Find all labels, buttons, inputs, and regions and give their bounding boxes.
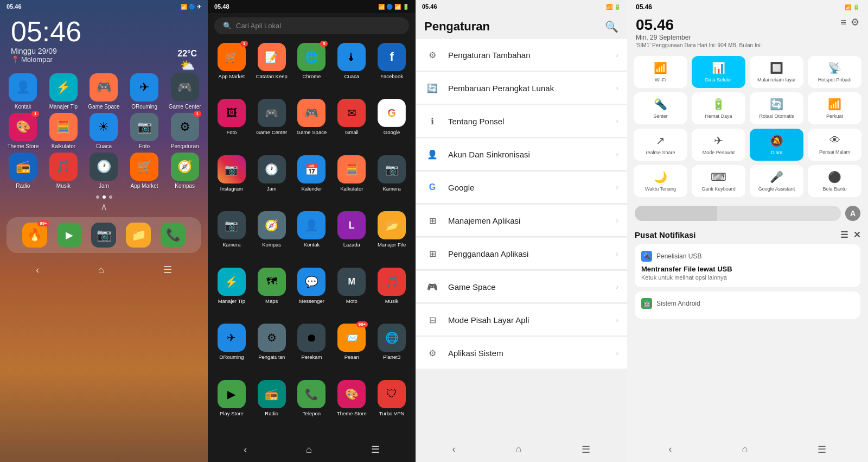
dock-icon-phone[interactable]: 📞 bbox=[161, 223, 186, 248]
app-item-kontak[interactable]: 👤 Kontak bbox=[293, 211, 330, 264]
app-item-managertip[interactable]: ⚡ Manajer TIp bbox=[213, 268, 250, 320]
tile-senter[interactable]: 🔦 Senter bbox=[634, 92, 687, 124]
tile-wifi[interactable]: 📶 Wi-Fi bbox=[634, 56, 687, 88]
app-item-jam[interactable]: 🕐 Jam bbox=[253, 155, 290, 208]
settings-gear-icon[interactable]: ⚙ bbox=[851, 16, 859, 28]
settings-item-penggandaan[interactable]: ⊞ Penggandaan Aplikasi › bbox=[416, 238, 627, 270]
home-icon-radio[interactable]: 📻 Radio bbox=[4, 153, 42, 189]
home-icon-jam[interactable]: 🕐 Jam bbox=[85, 153, 123, 189]
settings-item-mode-pisah[interactable]: ⊟ Mode Pisah Layar Apli › bbox=[416, 304, 627, 336]
settings-item-tentang[interactable]: ℹ Tentang Ponsel › bbox=[416, 105, 627, 137]
app-item-appmarket[interactable]: 🛒1 App Market bbox=[213, 43, 250, 96]
app-item-chrome[interactable]: 🌐5 Chrome bbox=[293, 43, 330, 96]
home-icon-kompas[interactable]: 🧭 Kompas bbox=[166, 153, 203, 189]
app-item-kalender[interactable]: 📅 Kalender bbox=[293, 155, 330, 208]
settings-item-aplikasi-sistem[interactable]: ⚙ Aplikasi Sistem › bbox=[416, 337, 627, 369]
dock-icon-message[interactable]: 🔥99+ bbox=[22, 223, 47, 248]
app-item-cuaca[interactable]: 🌡 Cuaca bbox=[333, 43, 370, 96]
app-search-bar[interactable]: 🔍 Cari Apli Lokal bbox=[214, 17, 409, 34]
tile-hemat[interactable]: 🔋 Hemat Daya bbox=[692, 92, 745, 124]
app-item-kompas[interactable]: 🧭 Kompas bbox=[253, 211, 290, 264]
app-item-lazada[interactable]: L Lazada bbox=[333, 211, 370, 264]
settings-item-akun[interactable]: 👤 Akun Dan Sinkronisasi › bbox=[416, 138, 627, 170]
notif-card-usb[interactable]: 🔌 Penelisian USB Mentransfer File lewat … bbox=[635, 244, 860, 287]
home-icon-musik[interactable]: 🎵 Musik bbox=[45, 153, 82, 189]
dock-icon-camera[interactable]: 📷 bbox=[91, 223, 116, 248]
app-item-maps[interactable]: 🗺 Maps bbox=[253, 268, 290, 320]
recents-button-p3[interactable]: ☰ bbox=[582, 444, 590, 455]
app-item-messenger[interactable]: 💬 Messenger bbox=[293, 268, 330, 320]
tile-waktu[interactable]: 🌙 Waktu Tenang bbox=[634, 165, 687, 197]
brightness-slider[interactable] bbox=[635, 206, 841, 221]
home-button[interactable]: ⌂ bbox=[98, 264, 104, 276]
home-icon-manajer[interactable]: ⚡ Manajer Tip bbox=[45, 73, 82, 110]
home-button-p2[interactable]: ⌂ bbox=[306, 444, 312, 455]
app-item-managerfile[interactable]: 📂 Manajer File bbox=[373, 211, 410, 264]
tile-airplane[interactable]: ✈ Mode Pesawat bbox=[692, 129, 745, 161]
back-button[interactable]: ‹ bbox=[36, 264, 39, 276]
home-icon-themestore[interactable]: 🎨1 Theme Store bbox=[4, 113, 42, 149]
app-item-google[interactable]: G Google bbox=[373, 99, 410, 151]
tile-assistant[interactable]: 🎤 Google Assistant bbox=[750, 165, 803, 197]
recents-button-p4[interactable]: ☰ bbox=[818, 444, 826, 455]
tile-screen-record[interactable]: 🔲 Mulai rekam layar bbox=[750, 56, 803, 88]
app-item-moto[interactable]: M Moto bbox=[333, 268, 370, 320]
settings-item-pembaruan[interactable]: 🔄 Pembaruan Perangkat Lunak › bbox=[416, 72, 627, 104]
app-item-turbovpn[interactable]: 🛡 Turbo VPN bbox=[373, 380, 410, 433]
home-icon-gamespace[interactable]: 🎮 Game Space bbox=[85, 73, 123, 110]
settings-search-icon[interactable]: 🔍 bbox=[605, 20, 618, 33]
back-button-p4[interactable]: ‹ bbox=[669, 444, 672, 455]
tile-data[interactable]: 📊 Data Seluler bbox=[692, 56, 745, 88]
app-item-planet3[interactable]: 🌐 Planet3 bbox=[373, 324, 410, 376]
notif-card-android[interactable]: 🤖 Sistem Android bbox=[635, 292, 860, 319]
home-icon-cuaca[interactable]: ☀ Cuaca bbox=[85, 113, 123, 149]
app-item-catatan[interactable]: 📝 Catatan Keep bbox=[253, 43, 290, 96]
settings-item-manajemen[interactable]: ⊞ Manajemen Aplikasi › bbox=[416, 205, 627, 237]
home-button-p4[interactable]: ⌂ bbox=[742, 444, 748, 455]
back-button-p3[interactable]: ‹ bbox=[452, 444, 456, 455]
app-item-pengaturan[interactable]: ⚙ Pengaturan bbox=[253, 324, 290, 376]
tile-diam[interactable]: 🔕 Diam bbox=[750, 129, 803, 161]
tile-perisai[interactable]: 👁 Perisai Malam bbox=[808, 129, 861, 161]
app-item-kamera[interactable]: 📷 Kamera bbox=[373, 155, 410, 208]
home-icon-oroaming[interactable]: ✈ ORouming bbox=[126, 73, 163, 110]
app-item-oroaming[interactable]: ✈ ORouming bbox=[213, 324, 250, 376]
app-item-foto[interactable]: 🖼 Foto bbox=[213, 99, 250, 151]
notif-list-icon[interactable]: ☰ bbox=[840, 230, 848, 240]
home-icon-kontak[interactable]: 👤 Kontak bbox=[4, 73, 42, 110]
app-item-radio[interactable]: 📻 Radio bbox=[253, 380, 290, 433]
app-item-telepon[interactable]: 📞 Telepon bbox=[293, 380, 330, 433]
settings-item-gamespace[interactable]: 🎮 Game Space › bbox=[416, 271, 627, 303]
app-item-gmail[interactable]: ✉ Gmail bbox=[333, 99, 370, 151]
notif-close-icon[interactable]: ✕ bbox=[853, 230, 860, 240]
app-item-kamera2[interactable]: 📷 Kamera bbox=[213, 211, 250, 264]
settings-item-pengaturan-tambahan[interactable]: ⚙ Pengaturan Tambahan › bbox=[416, 39, 627, 71]
edit-icon[interactable]: ≡ bbox=[840, 17, 846, 28]
home-button-p3[interactable]: ⌂ bbox=[516, 444, 522, 455]
tile-perkuat[interactable]: 📶 Perkuat bbox=[808, 92, 861, 124]
settings-item-google[interactable]: G Google › bbox=[416, 172, 627, 204]
back-button-p2[interactable]: ‹ bbox=[244, 444, 247, 455]
home-icon-appmarket[interactable]: 🛒 App Market bbox=[126, 153, 163, 189]
app-item-instagram[interactable]: 📷 Instagram bbox=[213, 155, 250, 208]
app-item-gamespace[interactable]: 🎮 Game Space bbox=[293, 99, 330, 151]
app-item-themestore[interactable]: 🎨 Theme Store bbox=[333, 380, 370, 433]
tile-realme-share[interactable]: ↗ realme Share bbox=[634, 129, 687, 161]
home-icon-foto[interactable]: 📷 Foto bbox=[126, 113, 163, 149]
app-item-kalkulator[interactable]: 🧮 Kalkulator bbox=[333, 155, 370, 208]
home-icon-gamecenter[interactable]: 🎮 Game Center bbox=[166, 73, 203, 110]
app-item-gamecenter[interactable]: 🎮 Game Center bbox=[253, 99, 290, 151]
tile-bola[interactable]: ⚫ Bola Bantu bbox=[808, 165, 861, 197]
tile-keyboard[interactable]: ⌨ Ganti Keyboard bbox=[692, 165, 745, 197]
home-icon-pengaturan[interactable]: ⚙1 Pengaturan bbox=[166, 113, 203, 149]
home-icon-kalkulator[interactable]: 🧮 Kalkulator bbox=[45, 113, 82, 149]
recents-button-p2[interactable]: ☰ bbox=[371, 444, 380, 455]
tile-rotasi[interactable]: 🔄 Rotasi Otomatis bbox=[750, 92, 803, 124]
tile-hotspot[interactable]: 📡 Hotspot Pribadi bbox=[808, 56, 861, 88]
app-item-musik[interactable]: 🎵 Musik bbox=[373, 268, 410, 320]
app-item-perekam[interactable]: ⏺ Perekam bbox=[293, 324, 330, 376]
dock-icon-files[interactable]: 📁 bbox=[126, 223, 151, 248]
app-item-playstore[interactable]: ▶ Play Store bbox=[213, 380, 250, 433]
dock-icon-play[interactable]: ▶ bbox=[57, 223, 82, 248]
app-item-pesan[interactable]: 📨99+ Pesan bbox=[333, 324, 370, 376]
